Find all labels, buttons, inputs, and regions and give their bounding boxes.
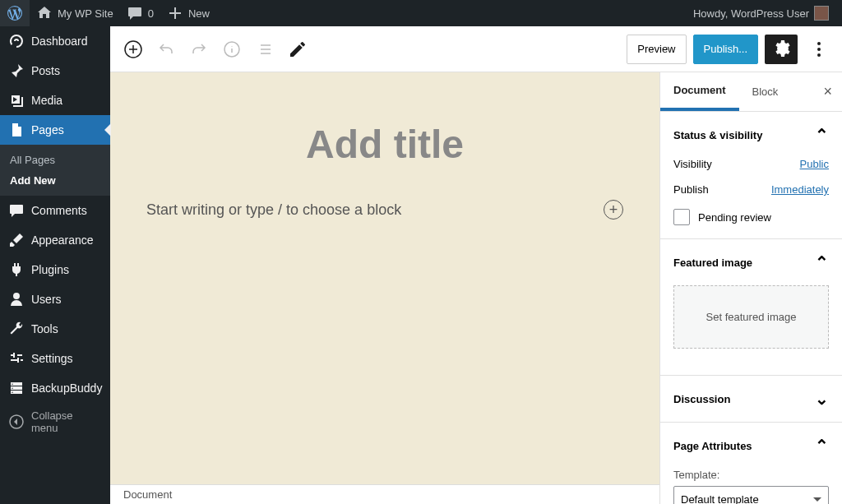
chevron-up-icon: ⌃ (815, 436, 829, 455)
menu-label: Settings (31, 352, 73, 365)
menu-comments[interactable]: Comments (0, 196, 110, 225)
plus-circle-icon (123, 39, 143, 59)
panel-discussion-toggle[interactable]: Discussion⌄ (660, 376, 842, 422)
dashboard-icon (8, 33, 25, 49)
sliders-icon (8, 350, 25, 367)
svg-point-4 (817, 48, 821, 51)
more-options-button[interactable] (804, 35, 834, 64)
menu-media[interactable]: Media (0, 86, 110, 115)
home-icon (36, 5, 53, 21)
wordpress-icon (7, 5, 23, 21)
breadcrumb-item[interactable]: Document (123, 488, 172, 501)
plug-icon (8, 261, 25, 278)
undo-button[interactable] (151, 35, 181, 64)
paragraph-placeholder[interactable]: Start writing or type / to choose a bloc… (146, 201, 401, 219)
panel-attributes-toggle[interactable]: Page Attributes⌃ (660, 423, 842, 469)
user-icon (8, 291, 25, 307)
set-featured-image-button[interactable]: Set featured image (673, 285, 829, 349)
panel-featured-toggle[interactable]: Featured image⌃ (660, 239, 842, 285)
chevron-up-icon: ⌃ (815, 125, 829, 145)
new-content-menu[interactable]: New (160, 0, 216, 26)
menu-label: Appearance (31, 234, 94, 247)
submenu-all-pages[interactable]: All Pages (0, 150, 110, 170)
info-icon (222, 39, 242, 59)
publish-button[interactable]: Publish... (693, 35, 758, 64)
site-name-label: My WP Site (58, 7, 113, 20)
redo-button[interactable] (184, 35, 214, 64)
menu-backupbuddy[interactable]: BackupBuddy (0, 373, 110, 403)
menu-label: Tools (31, 322, 58, 335)
tab-document[interactable]: Document (660, 72, 739, 111)
comments-menu[interactable]: 0 (120, 0, 160, 26)
publish-label: Publish (673, 183, 709, 196)
menu-settings[interactable]: Settings (0, 344, 110, 373)
editor-canvas: Add title Start writing or type / to cho… (110, 72, 659, 484)
avatar (814, 6, 829, 21)
visibility-label: Visibility (673, 158, 712, 170)
menu-label: Users (31, 293, 62, 306)
menu-label: Pages (31, 123, 64, 136)
menu-label: Dashboard (31, 35, 88, 48)
outline-button[interactable] (250, 35, 280, 64)
comments-count: 0 (148, 7, 154, 20)
editor-toolbar: Preview Publish... (110, 26, 842, 72)
collapse-icon (8, 414, 25, 430)
panel-title: Page Attributes (673, 440, 752, 452)
menu-pages[interactable]: Pages (0, 115, 110, 145)
menu-label: Posts (31, 64, 60, 77)
tab-block[interactable]: Block (739, 72, 792, 111)
menu-appearance[interactable]: Appearance (0, 225, 110, 255)
list-icon (255, 39, 275, 59)
account-menu[interactable]: Howdy, WordPress User (687, 0, 835, 26)
post-title-input[interactable]: Add title (110, 122, 659, 200)
template-label: Template: (673, 469, 829, 481)
menu-label: Plugins (31, 263, 69, 276)
redo-icon (189, 39, 209, 59)
gear-icon (771, 39, 791, 59)
publish-value[interactable]: Immediately (771, 183, 829, 196)
add-block-button[interactable] (118, 35, 148, 64)
svg-point-5 (817, 53, 821, 57)
settings-toggle[interactable] (765, 35, 798, 64)
page-icon (8, 122, 25, 138)
template-select[interactable]: Default template (673, 486, 829, 504)
info-button[interactable] (217, 35, 247, 64)
visibility-value[interactable]: Public (800, 158, 829, 170)
panel-status-toggle[interactable]: Status & visibility⌃ (660, 112, 842, 158)
new-content-label: New (188, 7, 210, 20)
comment-icon (8, 202, 25, 219)
backup-icon (8, 380, 25, 396)
site-name-menu[interactable]: My WP Site (30, 0, 120, 26)
settings-sidebar: Document Block × Status & visibility⌃ Vi… (659, 72, 842, 504)
undo-icon (156, 39, 176, 59)
pin-icon (8, 62, 25, 79)
chevron-down-icon: ⌄ (815, 389, 829, 409)
preview-button[interactable]: Preview (627, 35, 686, 64)
collapse-menu[interactable]: Collapse menu (0, 403, 110, 441)
menu-posts[interactable]: Posts (0, 56, 110, 86)
menu-tools[interactable]: Tools (0, 314, 110, 344)
menu-label: Media (31, 94, 62, 107)
pending-review-checkbox[interactable] (673, 209, 690, 225)
close-settings-button[interactable]: × (813, 72, 842, 111)
menu-dashboard[interactable]: Dashboard (0, 26, 110, 56)
submenu-pages: All Pages Add New (0, 145, 110, 196)
pending-review-label: Pending review (698, 211, 771, 224)
collapse-label: Collapse menu (31, 409, 102, 434)
svg-point-3 (817, 42, 821, 45)
admin-sidebar: Dashboard Posts Media Pages All Pages Ad… (0, 26, 110, 504)
chevron-up-icon: ⌃ (815, 252, 829, 272)
add-block-inline-button[interactable]: + (604, 200, 623, 220)
howdy-label: Howdy, WordPress User (693, 7, 809, 20)
brush-icon (8, 232, 25, 248)
menu-users[interactable]: Users (0, 284, 110, 314)
panel-title: Discussion (673, 393, 730, 405)
wp-logo-menu[interactable] (0, 0, 30, 26)
submenu-add-new[interactable]: Add New (0, 170, 110, 191)
edit-mode-button[interactable] (283, 35, 312, 64)
menu-label: BackupBuddy (31, 381, 102, 395)
menu-plugins[interactable]: Plugins (0, 255, 110, 284)
comment-icon (127, 5, 143, 21)
pencil-icon (288, 39, 308, 59)
block-breadcrumb: Document (110, 484, 659, 504)
